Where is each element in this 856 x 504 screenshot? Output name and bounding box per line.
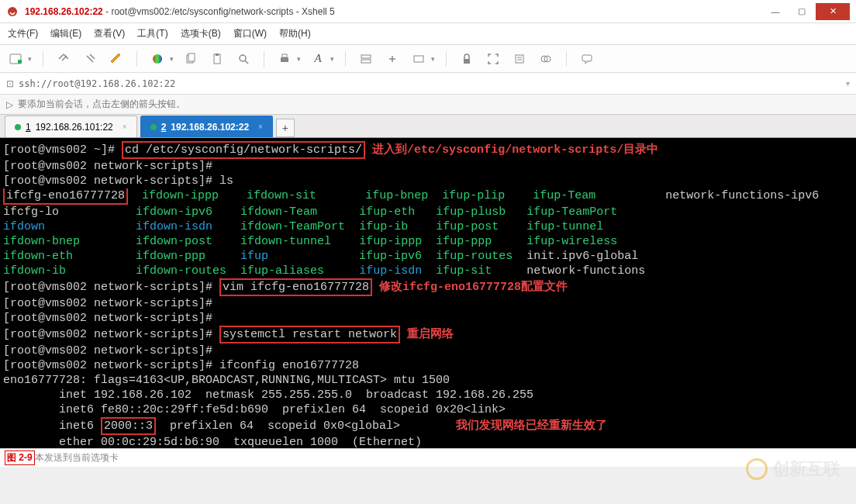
menu-window[interactable]: 窗口(W) [233, 27, 267, 40]
svg-rect-13 [361, 60, 371, 63]
sessions-icon[interactable] [357, 50, 375, 68]
minimize-button[interactable]: — [763, 3, 788, 20]
menu-help[interactable]: 帮助(H) [279, 27, 311, 40]
address-field[interactable]: ssh://root@192.168.26.102:22 [19, 78, 841, 89]
edit-icon[interactable] [107, 50, 126, 68]
disconnect-icon[interactable] [81, 50, 99, 68]
tab-session-1[interactable]: 1 192.168.26.101:22 × [5, 116, 137, 137]
svg-rect-16 [516, 55, 523, 63]
svg-rect-15 [464, 59, 470, 64]
font-icon[interactable]: A [309, 50, 327, 68]
hint-text: 要添加当前会话，点击左侧的箭头按钮。 [18, 98, 185, 111]
addr-dropdown-icon[interactable]: ▾ [846, 79, 850, 88]
transparent-icon[interactable] [537, 50, 555, 68]
svg-rect-2 [18, 60, 22, 64]
svg-rect-11 [282, 54, 287, 57]
print-icon[interactable] [275, 50, 294, 68]
hint-arrow-icon[interactable]: ▷ [6, 99, 13, 110]
svg-line-9 [245, 60, 248, 64]
menu-tools[interactable]: 工具(T) [137, 27, 167, 40]
chat-icon[interactable] [578, 50, 596, 68]
compose-icon[interactable] [409, 50, 428, 68]
xftp-icon[interactable] [383, 50, 402, 68]
properties-icon[interactable] [510, 50, 529, 68]
svg-rect-10 [281, 57, 288, 62]
menu-tabs[interactable]: 选项卡(B) [181, 27, 221, 40]
close-tab-icon[interactable]: × [123, 123, 127, 131]
figure-label: 图 2-9 [5, 450, 35, 465]
terminal-output[interactable]: [root@vms002 ~]# cd /etc/sysconfig/netwo… [0, 138, 856, 448]
status-dot-icon [15, 124, 21, 130]
reconnect-icon[interactable] [54, 50, 73, 68]
status-dot-icon [150, 124, 157, 130]
status-text: 本发送到当前选项卡 [35, 451, 119, 464]
menu-edit[interactable]: 编辑(E) [50, 27, 81, 40]
paste-icon[interactable] [208, 50, 226, 68]
copy-icon[interactable] [181, 50, 200, 68]
svg-point-3 [153, 54, 162, 64]
svg-rect-14 [414, 56, 423, 62]
close-tab-icon[interactable]: × [258, 123, 263, 131]
add-tab-button[interactable]: + [276, 119, 295, 137]
lock-icon[interactable] [457, 50, 476, 68]
svg-rect-21 [582, 55, 592, 61]
new-session-icon[interactable] [6, 50, 25, 68]
tab-session-2[interactable]: 2 192.168.26.102:22 × [140, 116, 273, 137]
menu-file[interactable]: 文件(F) [8, 27, 38, 40]
addr-icon: ⊡ [6, 78, 14, 89]
color-icon[interactable] [148, 50, 167, 68]
svg-rect-12 [361, 55, 371, 58]
maximize-button[interactable]: ▢ [789, 3, 814, 20]
svg-rect-5 [188, 54, 195, 61]
window-title: 192.168.26.102:22 - root@vms002:/etc/sys… [25, 6, 763, 17]
svg-point-8 [240, 55, 246, 61]
menu-view[interactable]: 查看(V) [94, 27, 125, 40]
svg-rect-7 [216, 54, 219, 56]
app-icon [6, 5, 19, 18]
find-icon[interactable] [234, 50, 253, 68]
close-button[interactable]: ✕ [816, 3, 850, 20]
fullscreen-icon[interactable] [484, 50, 502, 68]
